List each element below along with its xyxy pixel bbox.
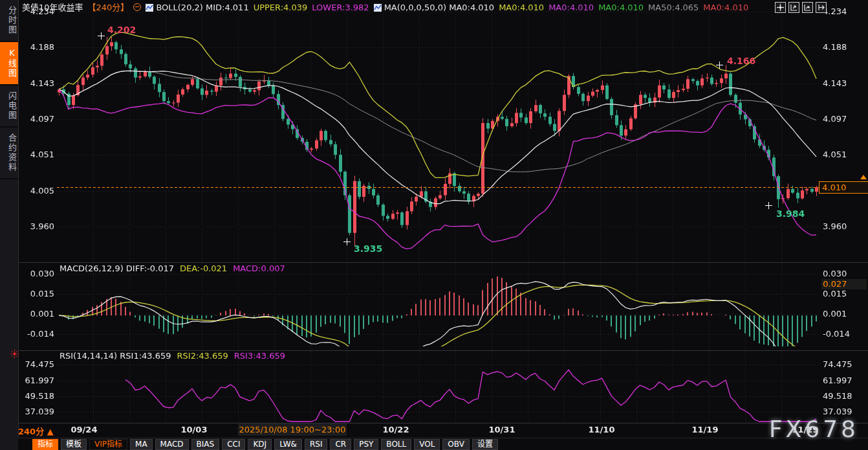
sidebar: 分时图K线图闪电图合约资料 (0, 0, 19, 450)
indicator-value-label: MACD(26,12,9) DIFF:-0.017 (60, 264, 174, 273)
watermark: FX678 (769, 416, 859, 442)
price-axis-label: 4.188 (19, 42, 54, 52)
rsi-axis-label: 74.475 (823, 359, 865, 370)
toolbar-item-KDJ[interactable]: KDJ (248, 439, 272, 450)
rsi-axis-label: 61.997 (823, 376, 865, 386)
toolbar-item-LW&[interactable]: LW& (274, 439, 302, 450)
toolbar-item-MACD[interactable]: MACD (155, 439, 189, 450)
rsi-axis-label: 37.039 (19, 407, 54, 417)
price-axis-label: 3.960 (19, 221, 54, 232)
scale-left-axis-icon[interactable] (788, 2, 799, 13)
x-axis-date-label: 09/24 (71, 425, 98, 434)
indicator-value-label: 【240分】 (88, 3, 129, 12)
price-axis-arrow-icon (860, 175, 867, 179)
indicator-value-label: RSI3:43.659 (234, 351, 285, 361)
macd-axis-label: 0.015 (823, 289, 865, 299)
toolbar-item-BOLL[interactable]: BOLL (381, 439, 411, 450)
chart-window-icons (775, 2, 827, 13)
toolbar-item-OBV[interactable]: OBV (442, 439, 470, 450)
toolbar-item-CR[interactable]: CR (330, 439, 351, 450)
extreme-price-annotation: 3.935 (354, 243, 382, 254)
scale-right-axis-icon[interactable] (802, 2, 813, 13)
x-axis-date-label: 10/31 (489, 425, 515, 434)
toolbar-item-模板[interactable]: 模板 (61, 439, 87, 450)
sidebar-tab-合约资料[interactable]: 合约资料 (0, 128, 18, 179)
macd-indicator-header: MACD(26,12,9) DIFF:-0.017DEA:-0.021MACD:… (60, 264, 291, 273)
indicator-value-label: MA(0,0,0,50,0) MA0:4.010 (384, 3, 495, 12)
indicator-value-label: UPPER:4.039 (254, 3, 308, 12)
toolbar-item-CCI[interactable]: CCI (222, 439, 245, 450)
x-axis-row: 240分 ▲ 2025/10/08 19:00~23:00 三 09/2410/… (18, 423, 868, 438)
crosshair-marker-icon (98, 32, 105, 39)
extreme-price-annotation: 4.166 (727, 56, 755, 66)
rsi-axis-label: 49.518 (823, 391, 865, 401)
rsi-axis-label: 49.518 (19, 391, 54, 401)
price-axis-label: 4.143 (823, 78, 865, 89)
rsi-axis-label: 74.475 (19, 359, 54, 370)
price-axis-label: 4.097 (19, 114, 54, 124)
indicator-value-label: 美债10年收益率 (22, 3, 83, 12)
period-label[interactable]: 240分 ▲ (18, 425, 54, 437)
extreme-price-annotation: 3.984 (776, 208, 805, 219)
x-axis-date-label: 11/10 (589, 425, 615, 434)
crosshair-marker-icon (343, 238, 351, 245)
indicator-value-label: RSI2:43.659 (177, 351, 228, 361)
chart-canvas[interactable] (0, 0, 868, 450)
toolbar-item-MA[interactable]: MA (130, 439, 153, 450)
toolbar-item-指标[interactable]: 指标 (32, 439, 58, 450)
trading-app-window: 分时图K线图闪电图合约资料 美债10年收益率【240分】BOLL(20,2) M… (0, 0, 868, 450)
indicator-value-label: MA50:4.065 (648, 3, 699, 12)
macd-axis-label: -0.014 (823, 329, 865, 339)
rsi-axis-label: 61.997 (19, 376, 54, 386)
sidebar-tab-闪电图[interactable]: 闪电图 (0, 85, 18, 128)
toolbar-item-VIP指标[interactable]: VIP指标 (89, 439, 127, 450)
crosshair-marker-icon (765, 202, 772, 209)
macd-axis-label: 0.001 (19, 309, 54, 319)
price-axis-label: 4.005 (19, 186, 54, 196)
price-axis-label: 4.143 (19, 78, 54, 89)
indicator-value-label: MA0:4.010 (499, 3, 544, 12)
macd-axis-label: -0.014 (19, 329, 54, 339)
indicator-value-label: LOWER:3.982 (312, 3, 369, 12)
toolbar-item-设置[interactable]: 设置 (472, 439, 498, 450)
macd-value-tag: 0.027 (821, 279, 867, 289)
indicator-value-label: DEA:-0.021 (180, 264, 227, 273)
rsi-indicator-header: RSI(14,14,14) RSI1:43.659RSI2:43.659RSI3… (60, 351, 291, 361)
price-axis-label: 4.234 (823, 6, 865, 17)
alert-dot-icon[interactable] (10, 348, 19, 361)
macd-axis-label: 0.015 (19, 289, 54, 299)
indicator-value-label: MACD:0.007 (233, 264, 285, 273)
indicator-value-label: MA0:4.010 (598, 3, 644, 12)
x-axis-date-label: 10/03 (181, 425, 208, 434)
toolbar-item-PSY[interactable]: PSY (354, 439, 378, 450)
collapse-circle-icon[interactable] (133, 3, 141, 11)
price-axis-label: 4.097 (823, 114, 865, 124)
indicator-value-label: RSI(14,14,14) RSI1:43.659 (60, 351, 171, 361)
extreme-price-annotation: 4.202 (107, 25, 136, 35)
indicator-value-label: MA0:4.010 (548, 3, 594, 12)
x-axis-date-label: 10/22 (383, 425, 409, 434)
macd-axis-label: 0.030 (19, 269, 54, 279)
ma-mini-chart-icon (374, 4, 382, 12)
panel-divider (18, 262, 868, 263)
indicator-value-label: MA0:4.010 (703, 3, 748, 12)
sidebar-tab-K线图[interactable]: K线图 (0, 42, 18, 85)
price-axis-label: 4.188 (823, 42, 865, 52)
price-axis-label: 4.051 (823, 150, 865, 160)
toolbar-item-BIAS[interactable]: BIAS (191, 439, 220, 450)
jump-latest-icon[interactable] (816, 2, 827, 13)
x-axis-date-label: 11/19 (692, 425, 719, 434)
price-axis-label: 4.051 (19, 150, 54, 160)
indicator-toolbar: 指标模板VIP指标MAMACDBIASCCIKDJLW&RSICRPSYBOLL… (18, 438, 868, 450)
macd-axis-label: 0.001 (823, 309, 865, 319)
sidebar-tab-分时图[interactable]: 分时图 (0, 0, 18, 42)
toolbar-item-VOL[interactable]: VOL (414, 439, 440, 450)
macd-axis-label: 0.030 (823, 269, 865, 279)
last-price-tag: 4.010 (819, 181, 868, 194)
boll-mini-chart-icon (146, 4, 153, 12)
indicator-value-label: BOLL(20,2) MID:4.011 (156, 3, 248, 12)
toolbar-item-RSI[interactable]: RSI (305, 439, 328, 450)
indicator-header: 美债10年收益率【240分】BOLL(20,2) MID:4.011UPPER:… (22, 1, 771, 12)
crosshair-marker-icon (716, 62, 723, 69)
pan-crosshair-icon[interactable] (775, 2, 786, 13)
